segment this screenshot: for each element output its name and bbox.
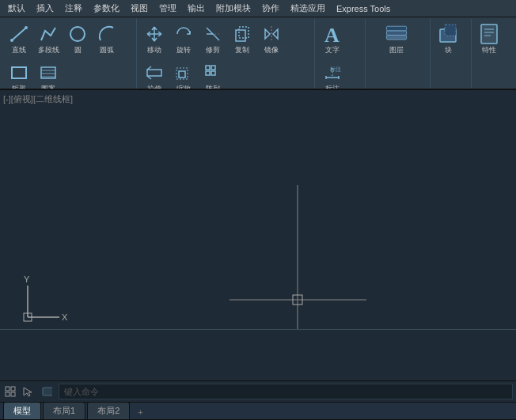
ribbon-group-layer: 图层 xyxy=(367,19,431,89)
svg-text:X: X xyxy=(62,312,68,322)
properties-icon xyxy=(478,21,500,47)
tool-scale[interactable]: 缩放 xyxy=(169,58,198,89)
modify-tools: 移动 旋转 修剪 xyxy=(140,19,309,89)
tool-text[interactable]: A 文字 xyxy=(318,19,347,57)
tool-line[interactable]: 直线 xyxy=(5,19,33,57)
tool-polyline[interactable]: 多段线 xyxy=(34,19,63,57)
tool-move[interactable]: 移动 xyxy=(140,19,169,57)
menu-default[interactable]: 默认 xyxy=(3,1,30,16)
svg-marker-53 xyxy=(24,388,32,396)
tab-add[interactable]: + xyxy=(131,405,149,419)
ribbon-group-properties: 特性 xyxy=(473,19,513,89)
tool-rotate[interactable]: 旋转 xyxy=(169,19,198,57)
tool-circle[interactable]: 圆 xyxy=(63,19,92,57)
svg-rect-12 xyxy=(236,30,245,41)
tab-model[interactable]: 模型 xyxy=(3,402,41,419)
arc-icon xyxy=(96,21,118,47)
block-icon xyxy=(437,21,459,47)
menu-view[interactable]: 视图 xyxy=(126,1,153,16)
properties-group-label[interactable] xyxy=(475,86,508,89)
svg-rect-43 xyxy=(293,295,302,305)
tool-dimension[interactable]: 标注 标注 xyxy=(318,58,347,89)
tool-trim[interactable]: 修剪 xyxy=(199,19,227,57)
svg-rect-54 xyxy=(43,388,52,395)
svg-rect-25 xyxy=(211,71,215,75)
ribbon-group-block: 块 xyxy=(432,19,472,89)
rotate-icon xyxy=(173,21,195,47)
tool-array[interactable]: 阵列 xyxy=(199,58,227,89)
svg-rect-33 xyxy=(386,31,406,36)
cmd-input[interactable] xyxy=(59,384,513,399)
array-icon xyxy=(202,60,224,85)
svg-point-2 xyxy=(25,26,28,29)
tool-circle-label: 圆 xyxy=(74,47,82,55)
menu-manage[interactable]: 管理 xyxy=(154,1,181,16)
svg-rect-48 xyxy=(24,313,32,321)
block-tools: 块 xyxy=(434,19,462,86)
svg-rect-37 xyxy=(481,25,497,44)
cmd-input-area xyxy=(38,384,513,399)
ucs-icon: Y X xyxy=(16,270,79,333)
ribbon-group-modify: 移动 旋转 修剪 xyxy=(138,19,315,89)
svg-line-0 xyxy=(12,28,26,40)
tool-arc[interactable]: 圆弧 xyxy=(93,19,121,57)
tool-stretch[interactable]: 拉伸 xyxy=(140,58,169,89)
tool-block[interactable]: 块 xyxy=(434,19,462,57)
layer-tools: 图层 xyxy=(369,19,424,86)
trim-icon xyxy=(202,21,224,47)
ribbon-group-annotate: A 文字 标注 标注 xyxy=(317,19,366,89)
svg-rect-24 xyxy=(206,71,210,75)
menu-express[interactable]: Express Tools xyxy=(332,2,395,15)
menu-bar: 默认 插入 注释 参数化 视图 管理 输出 附加模块 协作 精选应用 Expre… xyxy=(0,0,516,17)
menu-parametric[interactable]: 参数化 xyxy=(89,1,124,16)
svg-point-1 xyxy=(10,39,13,42)
svg-rect-4 xyxy=(12,67,26,78)
menu-featured[interactable]: 精选应用 xyxy=(286,1,330,16)
tab-layout1[interactable]: 布局1 xyxy=(43,402,85,419)
tool-copy[interactable]: 复制 xyxy=(228,19,256,57)
cmd-grid-btn[interactable] xyxy=(3,384,17,399)
annotate-tools: A 文字 标注 标注 xyxy=(318,19,360,89)
menu-collab[interactable]: 协作 xyxy=(257,1,284,16)
move-icon xyxy=(143,21,165,47)
menu-addons[interactable]: 附加模块 xyxy=(211,1,256,16)
cmd-bar xyxy=(0,380,516,403)
tabs-bar: 模型 布局1 布局2 + xyxy=(0,403,516,420)
line-icon xyxy=(8,21,30,47)
properties-tools: 特性 xyxy=(475,19,503,86)
menu-output[interactable]: 输出 xyxy=(183,1,210,16)
cmd-cursor-btn[interactable] xyxy=(21,384,35,399)
tool-properties[interactable]: 特性 xyxy=(475,19,503,57)
copy-icon xyxy=(231,21,253,47)
tool-hatch[interactable]: 图案 xyxy=(34,58,63,89)
tool-layer[interactable]: 图层 xyxy=(369,19,424,57)
crosshair xyxy=(0,90,516,380)
text-icon: A xyxy=(321,21,343,47)
svg-rect-17 xyxy=(147,70,161,76)
hatch-icon xyxy=(37,60,59,85)
tool-rect[interactable]: 矩形 xyxy=(5,58,33,89)
cmd-search-btn[interactable] xyxy=(38,384,55,399)
svg-rect-51 xyxy=(6,392,9,396)
tab-layout2[interactable]: 布局2 xyxy=(87,402,130,419)
ribbon-group-draw: 直线 多段线 圆 xyxy=(3,19,137,89)
svg-marker-15 xyxy=(265,29,270,39)
circle-icon xyxy=(66,21,89,47)
tool-mirror[interactable]: 镜像 xyxy=(257,19,286,57)
menu-insert[interactable]: 插入 xyxy=(32,1,59,16)
layer-icon xyxy=(385,21,408,47)
layer-group-label[interactable] xyxy=(369,86,425,89)
svg-marker-16 xyxy=(273,29,278,39)
tool-rect-label: 矩形 xyxy=(12,85,26,89)
dimension-icon: 标注 xyxy=(321,60,343,85)
polyline-icon xyxy=(37,21,59,47)
svg-text:标注: 标注 xyxy=(329,66,341,72)
viewport[interactable]: [-][俯视][二维线框] Y X xyxy=(0,90,516,380)
rect-icon xyxy=(8,60,30,85)
block-group-label[interactable] xyxy=(434,86,466,89)
menu-annotate[interactable]: 注释 xyxy=(60,1,87,16)
svg-rect-36 xyxy=(445,25,456,36)
mirror-icon xyxy=(260,21,283,47)
svg-rect-20 xyxy=(179,71,185,78)
viewport-label: [-][俯视][二维线框] xyxy=(3,93,73,105)
